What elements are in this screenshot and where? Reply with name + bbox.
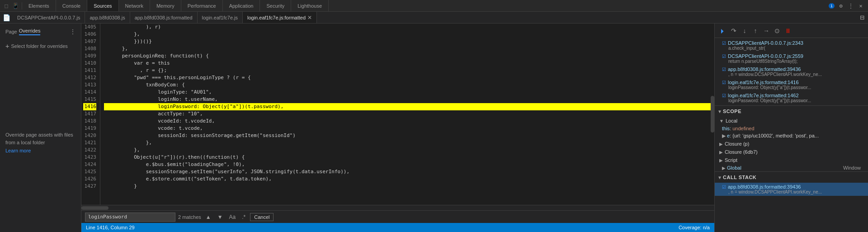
file-tab-appb8fd[interactable]: app.b8fd0308.js [85, 12, 130, 23]
closure-6db7-arrow-icon: ▶ [719, 150, 723, 155]
scope-e[interactable]: ▶ e: {url: 'gsp/uc10002', method: 'post'… [715, 132, 868, 140]
regex-button[interactable]: .* [240, 213, 247, 221]
script-arrow-icon: ▶ [719, 158, 723, 163]
tab-console[interactable]: Console [56, 0, 87, 11]
close-file-tab-icon[interactable]: ✕ [307, 14, 312, 21]
scope-this[interactable]: this: undefined [715, 125, 868, 132]
code-wrapper: 1405140614071408140914101411141214131414… [81, 24, 714, 205]
debugger-panel: ⏵ ↷ ↓ ↑ → ⊙ ⏸ ☑ DCSAPPClientAPI-0.0.0.7.… [714, 24, 868, 232]
search-bar: 2 matches ▲ ▼ Aa .* Cancel [81, 210, 714, 223]
case-sensitive-button[interactable]: Aa [227, 213, 238, 221]
scope-closure-p[interactable]: ▶ Closure (p) [715, 140, 868, 148]
collapse-icon[interactable]: ⊟ [856, 13, 868, 22]
debugger-toolbar: ⏵ ↷ ↓ ↑ → ⊙ ⏸ [715, 24, 868, 38]
more-icon[interactable]: ⋮ [847, 2, 854, 9]
select-folder-button[interactable]: + Select folder for overrides [5, 43, 75, 50]
code-editor: 1405140614071408140914101411141214131414… [81, 24, 714, 232]
checkbox-icon-0: ☑ [722, 185, 726, 189]
tab-network[interactable]: Network [119, 0, 150, 11]
sidebar: Page Overrides ⋮ + Select folder for ove… [0, 24, 81, 232]
scope-local-heading[interactable]: ▼ Local [715, 117, 868, 125]
search-input[interactable] [85, 213, 175, 222]
local-arrow-icon: ▼ [719, 118, 724, 123]
file-left-icons: 📄 [0, 14, 13, 21]
stack-item-1[interactable]: ☑ DCSAPPClientAPI-0.0.0.7.js:2559 return… [715, 52, 868, 65]
stack-item-4[interactable]: ☑ login.eaf1fc7e.js:formatted:1462 login… [715, 91, 868, 104]
main-content: Page Overrides ⋮ + Select folder for ove… [0, 24, 868, 232]
step-into-button[interactable]: ↓ [740, 26, 749, 35]
tab-lighthouse[interactable]: Lighthouse [291, 0, 329, 11]
prev-match-button[interactable]: ▲ [204, 213, 213, 221]
close-devtools-icon[interactable]: ✕ [857, 2, 864, 9]
code-lines[interactable]: ), r) }, }))()} }, personLoginReq: funct… [100, 24, 714, 205]
checkbox-icon-3: ☑ [722, 80, 726, 85]
stack-item-2[interactable]: ☑ app.b8fd0308.js:formatted:39436 , n = … [715, 65, 868, 78]
file-tab-login[interactable]: login.eaf1fc7e.js [198, 12, 243, 23]
coverage-status: Coverage: n/a [679, 225, 710, 230]
pause-on-exceptions-button[interactable]: ⏸ [783, 26, 793, 35]
checkbox-icon-1: ☑ [722, 54, 726, 59]
status-bar: Line 1416, Column 29 Coverage: n/a [81, 223, 714, 232]
scope-arrow-icon: ▼ [718, 109, 721, 114]
cursor-position: Line 1416, Column 29 [86, 225, 135, 230]
deactivate-breakpoints-button[interactable]: ⊙ [773, 26, 782, 35]
stack-item-3[interactable]: ☑ login.eaf1fc7e.js:formatted:1416 login… [715, 78, 868, 91]
code-area: 1405140614071408140914101411141214131414… [81, 24, 714, 205]
checkbox-icon-4: ☑ [722, 93, 726, 98]
scope-section: ▼ Scope ▼ Local this: undefined ▶ e: {ur… [715, 105, 868, 171]
pause-resume-button[interactable]: ⏵ [718, 26, 727, 35]
search-matches: 2 matches [178, 214, 201, 220]
file-tabbar: 📄 DCSAPPClientAPI-0.0.0.7.js app.b8fd030… [0, 12, 868, 24]
top-tabbar: ⬚ 📱 Elements Console Sources Network Mem… [0, 0, 868, 12]
dev-icons: ⬚ 📱 [0, 2, 22, 9]
file-tab-appb8fd-formatted[interactable]: app.b8fd0308.js:formatted [130, 12, 198, 23]
tab-elements[interactable]: Elements [22, 0, 56, 11]
debugger-stack-items: ☑ DCSAPPClientAPI-0.0.0.7.js:2343 a.chec… [715, 38, 868, 105]
checkbox-icon-0: ☑ [722, 41, 726, 46]
step-button[interactable]: → [762, 26, 771, 35]
horizontal-scrollbar[interactable] [81, 205, 714, 210]
call-stack-item-0[interactable]: ☑ app.b8fd0308.js:formatted:39436 , n = … [715, 183, 868, 196]
line-numbers: 1405140614071408140914101411141214131414… [81, 24, 100, 205]
call-stack-header[interactable]: ▼ Call Stack [715, 172, 868, 183]
call-stack-section: ▼ Call Stack ☑ app.b8fd0308.js:formatted… [715, 171, 868, 196]
step-over-button[interactable]: ↷ [729, 26, 738, 35]
status-right: Coverage: n/a [679, 225, 710, 230]
scope-closure-6db7[interactable]: ▶ Closure (6db7) [715, 148, 868, 156]
scope-section-header[interactable]: ▼ Scope [715, 106, 868, 117]
scope-section-title: Scope [723, 109, 741, 114]
settings-icon[interactable]: ⚙ [837, 2, 844, 9]
vertical-scrollbar-thumb[interactable] [711, 96, 714, 132]
override-description: Override page assets with files from a l… [5, 131, 75, 146]
file-tab-login-formatted[interactable]: login.eaf1fc7e.js:formatted ✕ [243, 12, 317, 23]
learn-more-link[interactable]: Learn more [5, 148, 75, 153]
horizontal-scrollbar-thumb[interactable] [81, 206, 108, 210]
sidebar-tab-overrides[interactable]: Overrides [19, 28, 41, 35]
closure-p-arrow-icon: ▶ [719, 142, 723, 147]
tab-application[interactable]: Application [223, 0, 260, 11]
call-stack-title: Call Stack [723, 175, 756, 180]
step-out-button[interactable]: ↑ [751, 26, 760, 35]
file-tab-dcsapp[interactable]: DCSAPPClientAPI-0.0.0.7.js [13, 12, 85, 23]
cancel-search-button[interactable]: Cancel [250, 213, 274, 221]
file-icon: 📄 [3, 14, 10, 21]
tab-security[interactable]: Security [260, 0, 291, 11]
notification-badge: 1 [829, 3, 835, 9]
next-match-button[interactable]: ▼ [216, 213, 225, 221]
top-tabs: Elements Console Sources Network Memory … [22, 0, 329, 11]
scope-script[interactable]: ▶ Script [715, 156, 868, 164]
tab-performance[interactable]: Performance [181, 0, 223, 11]
call-stack-arrow-icon: ▼ [718, 175, 721, 180]
inspect-icon[interactable]: ⬚ [3, 2, 10, 9]
stack-item-0[interactable]: ☑ DCSAPPClientAPI-0.0.0.7.js:2343 a.chec… [715, 39, 868, 52]
tab-memory[interactable]: Memory [150, 0, 181, 11]
scope-global[interactable]: ▶ Global Window [715, 164, 868, 171]
file-tabs: DCSAPPClientAPI-0.0.0.7.js app.b8fd0308.… [13, 12, 317, 23]
checkbox-icon-2: ☑ [722, 67, 726, 72]
top-right-icons: 1 ⚙ ⋮ ✕ [829, 2, 868, 9]
add-icon: + [5, 43, 9, 50]
sidebar-more-icon[interactable]: ⋮ [70, 28, 75, 35]
sidebar-tab-page[interactable]: Page [5, 29, 17, 34]
device-icon[interactable]: 📱 [12, 2, 19, 9]
tab-sources[interactable]: Sources [87, 0, 118, 11]
